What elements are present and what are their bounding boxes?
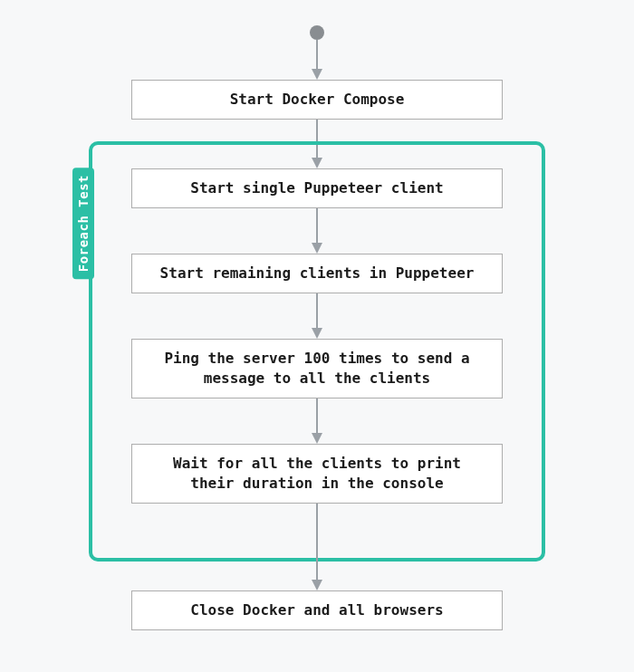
node-close-docker: Close Docker and all browsers — [131, 590, 503, 630]
node-start-single-puppeteer: Start single Puppeteer client — [131, 168, 503, 208]
loop-label: Foreach Test — [72, 168, 94, 279]
node-label: Ping the server 100 times to send a mess… — [150, 349, 484, 389]
node-wait-for-clients: Wait for all the clients to print their … — [131, 444, 503, 504]
start-node-icon — [310, 25, 324, 40]
arrow-n3-to-n4 — [308, 293, 326, 339]
flowchart-canvas: Start Docker Compose Foreach Test Start … — [0, 0, 634, 672]
node-label: Start remaining clients in Puppeteer — [160, 264, 475, 283]
loop-label-text: Foreach Test — [76, 175, 91, 272]
svg-marker-7 — [312, 328, 322, 339]
node-ping-server: Ping the server 100 times to send a mess… — [131, 339, 503, 398]
arrow-n5-to-n6 — [308, 504, 326, 590]
node-label: Wait for all the clients to print their … — [150, 454, 484, 494]
svg-marker-9 — [312, 433, 322, 444]
svg-marker-1 — [312, 69, 322, 80]
node-label: Start Docker Compose — [230, 90, 405, 110]
node-start-docker-compose: Start Docker Compose — [131, 80, 503, 120]
node-label: Start single Puppeteer client — [190, 178, 443, 198]
node-start-remaining-clients: Start remaining clients in Puppeteer — [131, 254, 503, 293]
node-label: Close Docker and all browsers — [190, 600, 443, 620]
svg-marker-5 — [312, 243, 322, 254]
arrow-n4-to-n5 — [308, 398, 326, 444]
arrow-n2-to-n3 — [308, 208, 326, 254]
svg-marker-11 — [312, 580, 322, 590]
arrow-start-to-n1 — [308, 40, 326, 80]
